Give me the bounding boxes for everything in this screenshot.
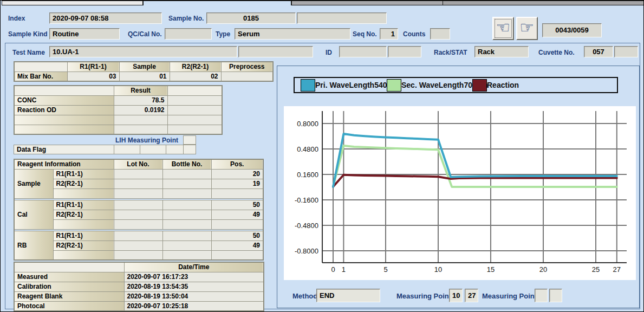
reagent-blank-label: Reagent Blank (14, 291, 124, 301)
cal-r1-pos: 50 (211, 200, 263, 210)
pri-wavelength-label: Pri. WaveLength540nm (315, 79, 399, 92)
rack-stat-label: Rack/STAT (434, 49, 467, 56)
type-field[interactable]: Serum (235, 28, 350, 40)
bottle-no-header: Bottle No. (162, 159, 211, 169)
data-flag-cell-3 (166, 145, 184, 154)
prev-sample-button[interactable]: ☜ (492, 17, 514, 40)
reaction-od-value: 0.0192 (114, 105, 167, 115)
seq-no-label: Seq No. (353, 30, 377, 38)
seq-no-field[interactable]: 1 (380, 28, 398, 40)
sec-wavelength-swatch (387, 79, 401, 92)
svg-text:-0.4800: -0.4800 (295, 222, 318, 230)
tab-2-active[interactable] (143, 1, 291, 5)
hand-right-icon: ☞ (520, 18, 535, 37)
tab-strip-filler (443, 1, 644, 5)
rb-r1-pos: 50 (211, 231, 263, 240)
legend-item-pri: Pri. WaveLength540nm (301, 79, 399, 92)
mix-header-sample: Sample (119, 62, 170, 72)
index-field[interactable]: 2020-09-07 08:58 (49, 12, 162, 24)
sample-kind-label: Sample Kind (8, 30, 48, 38)
sample-r1-pos: 20 (211, 169, 263, 179)
reaction-swatch (472, 79, 487, 92)
cuvette-no-field[interactable]: 057 (584, 46, 613, 57)
reaction-chart-panel: Pri. WaveLength540nm Sec. WaveLength700n… (277, 66, 640, 308)
svg-text:-0.8000: -0.8000 (295, 247, 318, 255)
counts-field[interactable] (430, 28, 450, 40)
measuring-point-2-end[interactable] (549, 289, 562, 302)
mix-header-r1: R1(R1-1) (67, 62, 119, 72)
mix-header-r2: R2(R2-1) (170, 62, 221, 72)
reagent-blank-value: 2020-08-19 13:50:04 (124, 291, 264, 301)
svg-text:0: 0 (331, 265, 335, 274)
sample-no-field[interactable]: 0185 (206, 12, 296, 24)
legend-item-reaction: Reaction (472, 79, 519, 92)
group-sample-label: Sample (14, 169, 53, 198)
index-label: Index (8, 15, 25, 22)
rb-r2-pos: 49 (211, 240, 263, 250)
mix-corner-cell (14, 62, 67, 72)
test-name-field[interactable]: 10.UA-1 (49, 46, 237, 57)
group-rb-label: RB (14, 231, 53, 260)
svg-text:5: 5 (383, 265, 387, 274)
mix-value-r2: 02 (170, 72, 221, 81)
photocal-value: 2020-09-07 10:25:18 (124, 301, 264, 311)
reaction-label: Reaction (487, 79, 519, 92)
svg-text:10: 10 (434, 265, 442, 274)
id-extra-field[interactable] (388, 46, 421, 57)
conc-value: 78.5 (114, 95, 167, 105)
test-name-label: Test Name (12, 49, 45, 56)
test-name-extra-field[interactable] (238, 46, 313, 57)
sample-no-extra-field[interactable] (297, 12, 387, 24)
conc-label: CONC (14, 95, 114, 105)
tab-3[interactable] (291, 1, 443, 5)
measuring-point-2-label: Measuring Point-2 (482, 292, 543, 300)
measuring-point-1-end[interactable]: 27 (465, 289, 478, 302)
cuvette-no-label: Cuvette No. (538, 49, 575, 56)
id-label: ID (326, 49, 332, 56)
measured-value: 2020-09-07 16:17:23 (124, 272, 264, 282)
mix-bar-table: R1(R1-1) Sample R2(R2-1) Preprocess Mix … (14, 61, 274, 82)
mix-value-preprocess (221, 72, 273, 81)
cal-r2-pos: 49 (211, 210, 263, 219)
counts-label: Counts (403, 30, 425, 38)
measuring-point-1-start[interactable]: 10 (449, 289, 463, 302)
pri-wavelength-swatch (301, 79, 315, 92)
reagent-table: Reagent Information Lot No. Bottle No. P… (14, 159, 264, 261)
svg-text:0.4800: 0.4800 (297, 145, 318, 153)
svg-text:1: 1 (342, 265, 346, 274)
method-label: Method (292, 292, 317, 300)
next-sample-button[interactable]: ☞ (516, 17, 538, 40)
result-header: Result (114, 86, 167, 95)
reaction-curve-chart: 0.80000.48000.1600-0.1600-0.4800-0.80000… (284, 106, 636, 280)
type-label: Type (216, 30, 230, 38)
cuvette-extra-field[interactable] (614, 46, 638, 57)
qc-cal-no-field[interactable] (165, 28, 212, 40)
method-field[interactable]: END (316, 289, 380, 302)
chart-svg: 0.80000.48000.1600-0.1600-0.4800-0.80000… (284, 106, 636, 280)
mix-value-sample: 01 (119, 72, 170, 81)
datetime-header: Date/Time (124, 262, 264, 272)
id-field[interactable] (339, 46, 387, 57)
svg-text:20: 20 (539, 265, 547, 274)
data-flag-label: Data Flag (14, 145, 114, 154)
svg-text:15: 15 (487, 265, 495, 274)
svg-text:-0.1600: -0.1600 (295, 196, 318, 204)
chart-legend: Pri. WaveLength540nm Sec. WaveLength700n… (294, 77, 618, 93)
result-table: Result CONC 78.5 Reaction OD 0.0192 (14, 85, 223, 135)
svg-text:0.8000: 0.8000 (297, 120, 318, 128)
sample-no-label: Sample No. (168, 15, 204, 22)
measuring-point-2-start[interactable] (535, 289, 548, 302)
measured-label: Measured (14, 272, 124, 282)
svg-text:25: 25 (592, 265, 600, 274)
tab-1[interactable] (2, 1, 143, 5)
data-flag-cell-1 (114, 145, 140, 154)
sample-kind-field[interactable]: Routine (49, 28, 120, 40)
lih-cell (183, 135, 196, 145)
hand-left-icon: ☜ (496, 18, 511, 37)
datetime-table: Date/Time Measured 2020-09-07 16:17:23 C… (14, 262, 264, 311)
reagent-title: Reagent Information (14, 159, 114, 169)
analyzer-window: Index 2020-09-07 08:58 Sample No. 0185 S… (0, 0, 644, 312)
data-flag-cell-4 (183, 145, 196, 154)
rack-stat-field[interactable]: Rack (474, 46, 529, 57)
calibration-value: 2020-08-19 13:54:35 (124, 282, 264, 291)
